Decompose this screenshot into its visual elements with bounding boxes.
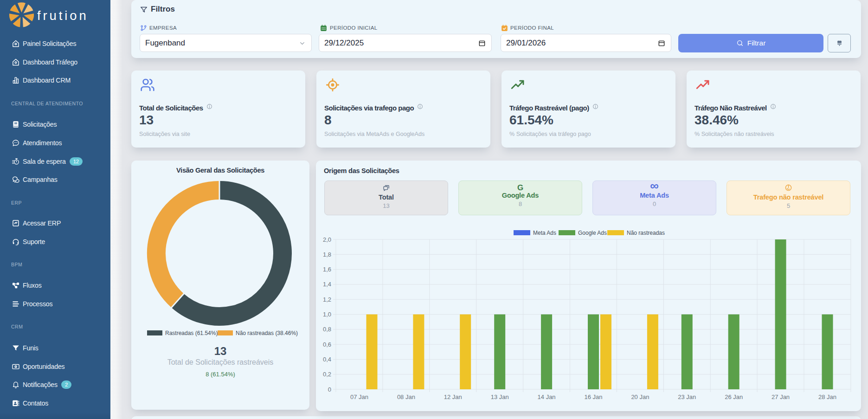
svg-text:1,2: 1,2 — [323, 296, 331, 303]
svg-text:20 Jan: 20 Jan — [631, 393, 649, 400]
svg-text:0,6: 0,6 — [323, 341, 331, 348]
svg-text:1,0: 1,0 — [323, 311, 331, 318]
svg-text:2,0: 2,0 — [323, 236, 331, 243]
svg-text:0,8: 0,8 — [323, 326, 331, 333]
svg-text:27 Jan: 27 Jan — [772, 393, 790, 400]
svg-text:1,8: 1,8 — [323, 251, 331, 258]
svg-text:13 Jan: 13 Jan — [491, 393, 509, 400]
svg-text:26 Jan: 26 Jan — [725, 393, 743, 400]
svg-text:07 Jan: 07 Jan — [350, 393, 368, 400]
svg-text:0,2: 0,2 — [323, 371, 331, 378]
svg-text:1,6: 1,6 — [323, 266, 331, 273]
svg-text:12 Jan: 12 Jan — [444, 393, 462, 400]
svg-text:0: 0 — [328, 386, 331, 393]
svg-text:1,4: 1,4 — [323, 281, 331, 288]
svg-text:16 Jan: 16 Jan — [584, 393, 602, 400]
svg-text:08 Jan: 08 Jan — [397, 393, 415, 400]
svg-text:0,4: 0,4 — [323, 356, 331, 363]
svg-text:23 Jan: 23 Jan — [678, 393, 696, 400]
svg-text:28 Jan: 28 Jan — [818, 393, 836, 400]
svg-text:14 Jan: 14 Jan — [538, 393, 556, 400]
